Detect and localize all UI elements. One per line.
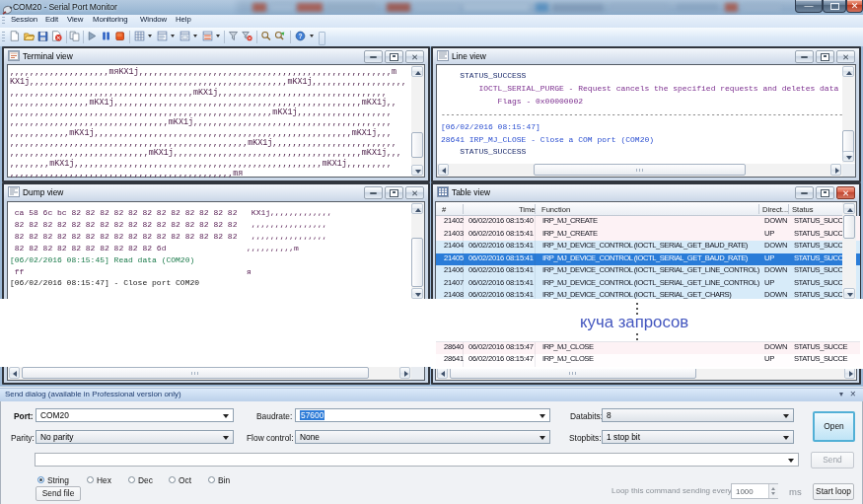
svg-text:?: ?	[298, 33, 302, 39]
